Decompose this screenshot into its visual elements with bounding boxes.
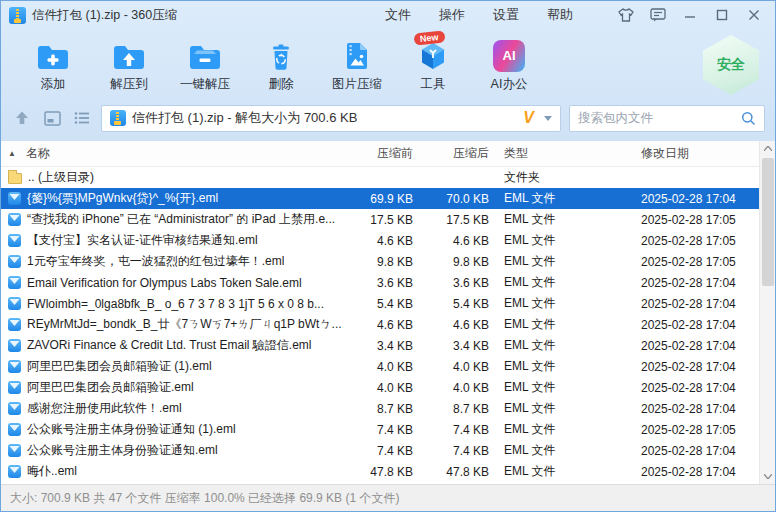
table-row[interactable]: ZAVORi Finance & Credit Ltd. Trust Email… bbox=[1, 335, 759, 356]
column-name[interactable]: ▲ 名称 bbox=[1, 145, 343, 162]
file-name: {嫠}%{票}MPgWnkv{贷}^_%{开}.eml bbox=[27, 190, 218, 207]
file-name: 阿里巴巴集团会员邮箱验证.eml bbox=[27, 379, 194, 396]
delete-label: 删除 bbox=[269, 76, 294, 93]
type-cell: EML 文件 bbox=[489, 232, 619, 249]
column-modified-date[interactable]: 修改日期 bbox=[619, 145, 759, 162]
file-name-cell: 晦仆..eml bbox=[1, 463, 343, 480]
extract-to-button[interactable]: 解压到 bbox=[91, 33, 167, 97]
file-name-cell: ZAVORi Finance & Credit Ltd. Trust Email… bbox=[1, 337, 343, 354]
folder-open-icon bbox=[187, 38, 223, 72]
table-row[interactable]: “查找我的 iPhone” 已在 “Administrator” 的 iPad … bbox=[1, 209, 759, 230]
file-name: Email Verification for Olympus Labs Toke… bbox=[27, 276, 302, 290]
size-before-cell: 69.9 KB bbox=[343, 192, 413, 206]
date-cell: 2025-02-28 17:04 bbox=[619, 339, 759, 353]
table-row[interactable]: 【支付宝】实名认证-证件审核结果通知.eml4.6 KB4.6 KBEML 文件… bbox=[1, 230, 759, 251]
chevron-down-icon[interactable] bbox=[544, 116, 552, 121]
security-shield-icon[interactable]: 安全 bbox=[703, 35, 759, 95]
menu-settings[interactable]: 设置 bbox=[479, 6, 533, 24]
table-row[interactable]: .. (上级目录)文件夹 bbox=[1, 167, 759, 188]
scroll-up-icon[interactable] bbox=[760, 141, 776, 156]
table-row[interactable]: 1元夺宝年终奖，屯一波猛烈的红包过壕年！.eml9.8 KB9.8 KBEML … bbox=[1, 251, 759, 272]
column-before-compress[interactable]: 压缩前 bbox=[343, 145, 413, 162]
size-before-cell: 4.0 KB bbox=[343, 381, 413, 395]
size-after-cell: 4.6 KB bbox=[413, 234, 489, 248]
file-name: 感谢您注册使用此软件！.eml bbox=[27, 400, 182, 417]
table-row[interactable]: 阿里巴巴集团会员邮箱验证.eml4.0 KB4.0 KBEML 文件2025-0… bbox=[1, 377, 759, 398]
file-name-cell: “查找我的 iPhone” 已在 “Administrator” 的 iPad … bbox=[1, 211, 343, 228]
type-cell: EML 文件 bbox=[489, 253, 619, 270]
tools-button[interactable]: New 工具 bbox=[395, 33, 471, 97]
size-before-cell: 47.8 KB bbox=[343, 465, 413, 479]
file-name: 公众账号注册主体身份验证通知 (1).eml bbox=[27, 421, 236, 438]
eml-file-icon bbox=[8, 465, 21, 478]
sort-ascending-icon: ▲ bbox=[8, 149, 16, 158]
table-row[interactable]: FWloimbh=_0lga8bfk_B_ o_6 7 3 7 8 3 1jT … bbox=[1, 293, 759, 314]
eml-file-icon bbox=[8, 402, 21, 415]
table-row[interactable]: 阿里巴巴集团会员邮箱验证 (1).eml4.0 KB4.0 KBEML 文件20… bbox=[1, 356, 759, 377]
archive-path-box[interactable]: 信件打包 (1).zip - 解包大小为 700.6 KB V bbox=[101, 105, 561, 132]
app-window: 信件打包 (1).zip - 360压缩 文件 操作 设置 帮助 bbox=[0, 0, 776, 512]
menu-help[interactable]: 帮助 bbox=[533, 6, 587, 24]
table-row[interactable]: {嫠}%{票}MPgWnkv{贷}^_%{开}.eml69.9 KB70.0 K… bbox=[1, 188, 759, 209]
delete-button[interactable]: 删除 bbox=[243, 33, 319, 97]
file-table: ▲ 名称 压缩前 压缩后 类型 修改日期 .. (上级目录)文件夹{嫠}%{票}… bbox=[1, 141, 775, 484]
table-row[interactable]: 公众账号注册主体身份验证通知 (1).eml7.4 KB7.4 KBEML 文件… bbox=[1, 419, 759, 440]
ai-office-button[interactable]: AI AI办公 bbox=[471, 33, 547, 97]
table-row[interactable]: REyMrMtJd=_bondk_B_廿《7ㄋWㄎ7+ㄌ厂ㄐq1P bWtㄅ..… bbox=[1, 314, 759, 335]
add-label: 添加 bbox=[41, 76, 66, 93]
up-level-icon[interactable] bbox=[11, 107, 33, 129]
file-name-cell: 【支付宝】实名认证-证件审核结果通知.eml bbox=[1, 232, 343, 249]
scroll-down-icon[interactable] bbox=[760, 469, 776, 484]
column-type[interactable]: 类型 bbox=[489, 145, 619, 162]
column-after-compress[interactable]: 压缩后 bbox=[413, 145, 489, 162]
menu-file[interactable]: 文件 bbox=[371, 6, 425, 24]
type-cell: EML 文件 bbox=[489, 316, 619, 333]
add-button[interactable]: 添加 bbox=[15, 33, 91, 97]
scrollbar-track[interactable] bbox=[760, 156, 776, 469]
vertical-scrollbar[interactable] bbox=[759, 141, 775, 484]
date-cell: 2025-02-28 17:05 bbox=[619, 213, 759, 227]
table-row[interactable]: 感谢您注册使用此软件！.eml8.7 KB8.7 KBEML 文件2025-02… bbox=[1, 398, 759, 419]
size-before-cell: 9.8 KB bbox=[343, 255, 413, 269]
eml-file-icon bbox=[8, 339, 21, 352]
ai-office-label: AI办公 bbox=[491, 76, 528, 93]
date-cell: 2025-02-28 17:04 bbox=[619, 402, 759, 416]
file-name-cell: 公众账号注册主体身份验证通知 (1).eml bbox=[1, 421, 343, 438]
vip-v-icon[interactable]: V bbox=[523, 109, 534, 127]
scrollbar-thumb[interactable] bbox=[762, 158, 774, 286]
table-row[interactable]: 晦仆..eml47.8 KB47.8 KBEML 文件2025-02-28 17… bbox=[1, 461, 759, 482]
file-name: ZAVORi Finance & Credit Ltd. Trust Email… bbox=[27, 337, 312, 354]
size-after-cell: 7.4 KB bbox=[413, 444, 489, 458]
one-click-extract-button[interactable]: 一键解压 bbox=[167, 33, 243, 97]
file-name: 公众账号注册主体身份验证通知.eml bbox=[27, 442, 218, 459]
list-view-icon[interactable] bbox=[71, 107, 93, 129]
eml-file-icon bbox=[8, 213, 21, 226]
size-after-cell: 4.6 KB bbox=[413, 318, 489, 332]
date-cell: 2025-02-28 17:05 bbox=[619, 255, 759, 269]
file-list: .. (上级目录)文件夹{嫠}%{票}MPgWnkv{贷}^_%{开}.eml6… bbox=[1, 167, 759, 482]
minimize-button[interactable] bbox=[677, 4, 703, 26]
size-before-cell: 17.5 KB bbox=[343, 213, 413, 227]
table-row[interactable]: Email Verification for Olympus Labs Toke… bbox=[1, 272, 759, 293]
file-name: 阿里巴巴集团会员邮箱验证 (1).eml bbox=[27, 358, 212, 375]
skin-shirt-icon[interactable] bbox=[613, 4, 639, 26]
tools-cube-icon: New bbox=[417, 38, 449, 72]
image-compress-button[interactable]: 图片压缩 bbox=[319, 33, 395, 97]
search-input[interactable] bbox=[578, 111, 741, 125]
file-name: “查找我的 iPhone” 已在 “Administrator” 的 iPad … bbox=[27, 211, 335, 228]
date-cell: 2025-02-28 17:04 bbox=[619, 192, 759, 206]
close-button[interactable] bbox=[741, 4, 767, 26]
file-name: FWloimbh=_0lga8bfk_B_ o_6 7 3 7 8 3 1jT … bbox=[27, 297, 324, 311]
feedback-icon[interactable] bbox=[645, 4, 671, 26]
maximize-button[interactable] bbox=[709, 4, 735, 26]
eml-file-icon bbox=[8, 297, 21, 310]
type-cell: EML 文件 bbox=[489, 463, 619, 480]
type-cell: EML 文件 bbox=[489, 274, 619, 291]
file-name-cell: 感谢您注册使用此软件！.eml bbox=[1, 400, 343, 417]
table-row[interactable]: 公众账号注册主体身份验证通知.eml7.4 KB7.4 KBEML 文件2025… bbox=[1, 440, 759, 461]
extract-to-label: 解压到 bbox=[110, 76, 148, 93]
menu-operation[interactable]: 操作 bbox=[425, 6, 479, 24]
date-cell: 2025-02-28 17:05 bbox=[619, 423, 759, 437]
thumbnail-view-icon[interactable] bbox=[41, 107, 63, 129]
file-name-cell: {嫠}%{票}MPgWnkv{贷}^_%{开}.eml bbox=[1, 190, 343, 207]
